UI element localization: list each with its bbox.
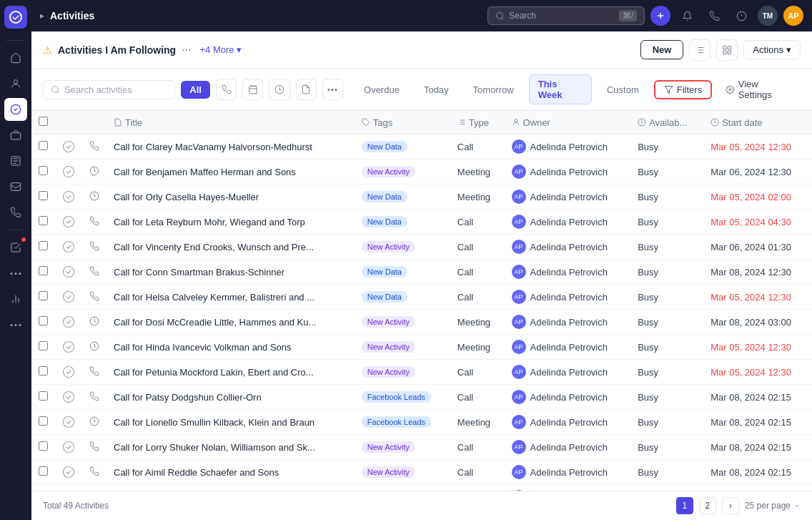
row-checkbox[interactable] xyxy=(39,141,48,150)
sidebar-logo[interactable] xyxy=(4,6,27,29)
activity-tag[interactable]: New Activity xyxy=(362,366,415,378)
activity-title[interactable]: Call for Benjamen Maffeo Herman and Sons xyxy=(114,167,296,177)
page-2-btn[interactable]: 2 xyxy=(699,497,716,514)
table-row[interactable]: Call for Leta Reyburn Mohr, Wiegand and … xyxy=(31,210,812,235)
status-icon[interactable] xyxy=(62,466,75,479)
status-icon[interactable] xyxy=(62,190,75,203)
row-checkbox[interactable] xyxy=(39,241,48,250)
table-row[interactable]: Call for Aimil Reddle Schaefer and SonsN… xyxy=(31,460,812,485)
sidebar-item-analytics[interactable] xyxy=(4,288,27,310)
more-filters-btn[interactable] xyxy=(322,79,343,100)
topbar-notifications-btn[interactable] xyxy=(676,5,698,26)
activity-tag[interactable]: New Data xyxy=(362,191,407,202)
sidebar-item-settings[interactable] xyxy=(4,313,27,336)
sidebar-item-home[interactable] xyxy=(4,46,27,69)
status-icon[interactable] xyxy=(62,416,75,428)
activity-title[interactable]: Call for Leta Reyburn Mohr, Wiegand and … xyxy=(114,217,305,227)
phone-filter-btn[interactable] xyxy=(216,79,237,100)
tomorrow-tab[interactable]: Tomorrow xyxy=(464,80,523,99)
topbar-phone-btn[interactable] xyxy=(703,5,725,26)
topbar-team-avatar[interactable]: TM xyxy=(758,6,778,26)
status-icon[interactable] xyxy=(62,240,75,253)
sidebar-item-contacts[interactable] xyxy=(4,72,27,95)
sidebar-item-more[interactable] xyxy=(4,262,27,285)
custom-tab[interactable]: Custom xyxy=(598,80,648,99)
overdue-tab[interactable]: Overdue xyxy=(355,80,409,99)
row-checkbox[interactable] xyxy=(39,316,48,325)
row-checkbox[interactable] xyxy=(39,391,48,401)
table-row[interactable]: Call for Lorry Shuker Nolan, Williamson … xyxy=(31,435,812,460)
activity-title[interactable]: Call for Vincenty End Crooks, Wunsch and… xyxy=(114,242,314,252)
activity-title[interactable]: Call for Hinda Ivancevic Volkman and Son… xyxy=(114,342,292,353)
sidebar-item-reports[interactable] xyxy=(4,149,27,172)
row-checkbox[interactable] xyxy=(39,341,48,350)
activity-title[interactable]: Call for Clarey MacVanamy Halvorson-Medh… xyxy=(114,142,312,152)
topbar-add-btn[interactable] xyxy=(650,6,670,26)
status-icon[interactable] xyxy=(62,366,75,378)
activity-tag[interactable]: Facebook Leads xyxy=(362,416,431,428)
topbar-user-avatar[interactable]: AP xyxy=(783,6,803,26)
row-checkbox[interactable] xyxy=(39,416,48,426)
activity-tag[interactable]: New Activity xyxy=(362,241,415,252)
status-icon[interactable] xyxy=(62,441,75,453)
sidebar-item-deals[interactable] xyxy=(4,124,27,147)
search-bar[interactable]: Search ⌘/ xyxy=(487,6,645,25)
actions-button[interactable]: Actions ▾ xyxy=(743,40,801,59)
row-checkbox[interactable] xyxy=(39,291,48,300)
topbar-alert-btn[interactable] xyxy=(731,5,752,26)
view-grid-icon-btn[interactable] xyxy=(716,39,738,61)
table-row[interactable]: Call for Clarey MacVanamy Halvorson-Medh… xyxy=(31,134,812,160)
activity-tag[interactable]: New Data xyxy=(362,266,407,278)
note-filter-btn[interactable] xyxy=(296,79,317,100)
status-icon[interactable] xyxy=(62,315,75,328)
row-checkbox[interactable] xyxy=(39,366,48,376)
activity-tag[interactable]: New Activity xyxy=(362,166,415,177)
sidebar-item-phone[interactable] xyxy=(4,201,27,224)
table-row[interactable]: Call for Conn Smartman Brakus-SchinnerNe… xyxy=(31,260,812,285)
table-row[interactable]: Call for Vincenty End Crooks, Wunsch and… xyxy=(31,235,812,260)
select-all-checkbox[interactable] xyxy=(39,117,48,126)
page-header-dots[interactable]: ··· xyxy=(182,44,191,57)
activity-tag[interactable]: New Data xyxy=(362,216,407,227)
status-icon[interactable] xyxy=(62,290,75,303)
status-icon[interactable] xyxy=(62,265,75,278)
status-icon[interactable] xyxy=(62,215,75,228)
today-tab[interactable]: Today xyxy=(415,80,458,99)
topbar-back-arrow[interactable]: ▸ xyxy=(40,11,44,21)
more-button[interactable]: +4 More ▾ xyxy=(200,44,242,55)
activity-title[interactable]: Call for Orly Casella Hayes-Mueller xyxy=(114,192,259,202)
activity-title[interactable]: Call for Lionello Smullin Kilback, Klein… xyxy=(114,417,315,428)
activity-title[interactable]: Call for Patsy Dodgshun Collier-Orn xyxy=(114,392,262,403)
meeting-filter-btn[interactable] xyxy=(269,79,289,100)
activity-title[interactable]: Call for Dosi McCreadie Little, Hammes a… xyxy=(114,317,316,328)
page-1-btn[interactable]: 1 xyxy=(676,497,693,514)
next-page-btn[interactable]: › xyxy=(722,497,739,514)
header-checkbox[interactable] xyxy=(31,111,55,134)
sidebar-item-mail[interactable] xyxy=(4,175,27,198)
activity-title[interactable]: Call for Petunia Mockford Lakin, Ebert a… xyxy=(114,367,314,378)
table-row[interactable]: Call for Hinda Ivancevic Volkman and Son… xyxy=(31,335,812,360)
activity-tag[interactable]: New Data xyxy=(362,141,407,152)
status-icon[interactable] xyxy=(62,165,75,178)
table-row[interactable]: Call for Helsa Calveley Kemmer, Balistre… xyxy=(31,285,812,310)
per-page-selector[interactable]: 25 per page xyxy=(745,501,801,511)
row-checkbox[interactable] xyxy=(39,191,48,200)
this-week-tab[interactable]: This Week xyxy=(529,74,592,104)
activity-title[interactable]: Call for Lorry Shuker Nolan, Williamson … xyxy=(114,442,315,453)
view-settings-button[interactable]: View Settings xyxy=(718,75,801,104)
sidebar-item-tasks[interactable] xyxy=(4,236,27,259)
task-filter-btn[interactable] xyxy=(242,79,263,100)
activity-title[interactable]: Call for Aimil Reddle Schaefer and Sons xyxy=(114,467,279,478)
row-checkbox[interactable] xyxy=(39,266,48,275)
sidebar-item-activities[interactable] xyxy=(4,98,27,121)
table-row[interactable]: Call for Lionello Smullin Kilback, Klein… xyxy=(31,410,812,435)
table-row[interactable]: Call for Patsy Dodgshun Collier-OrnFaceb… xyxy=(31,385,812,410)
table-row[interactable]: Call for Petunia Mockford Lakin, Ebert a… xyxy=(31,360,812,385)
status-icon[interactable] xyxy=(62,340,75,353)
all-filter-btn[interactable]: All xyxy=(181,81,210,99)
table-row[interactable]: Call for Alisa Jonathon Howe and SonsNew… xyxy=(31,485,812,491)
activity-title[interactable]: Call for Conn Smartman Brakus-Schinner xyxy=(114,267,284,278)
table-row[interactable]: Call for Orly Casella Hayes-MuellerNew D… xyxy=(31,185,812,210)
activity-tag[interactable]: New Activity xyxy=(362,441,415,453)
activity-tag[interactable]: New Activity xyxy=(362,316,415,328)
